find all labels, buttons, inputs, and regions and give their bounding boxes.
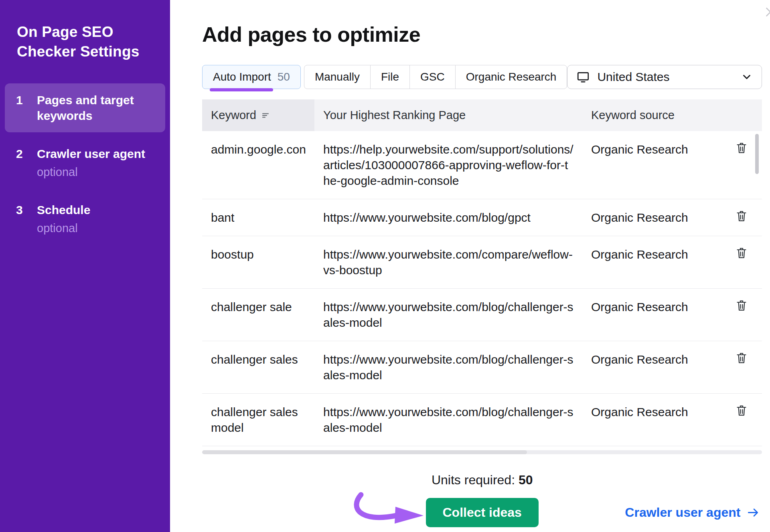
delete-row-icon[interactable] — [736, 299, 748, 312]
keyword-cell: bant — [202, 199, 314, 236]
table-header-row: Keyword Your Highest Ranking Page Keywor… — [202, 99, 762, 131]
delete-row-icon[interactable] — [736, 142, 748, 154]
close-icon[interactable] — [763, 5, 770, 19]
cta-row: Collect ideas Crawler user agent — [202, 496, 762, 529]
sort-icon — [261, 111, 271, 120]
step-number: 2 — [16, 146, 29, 162]
tab-count-badge: 50 — [278, 71, 290, 83]
sidebar-title-line1: On Page SEO — [17, 22, 153, 42]
units-required: Units required: 50 — [202, 473, 762, 487]
page-title: Add pages to optimize — [202, 22, 762, 47]
table-row: admin.google.con https://help.yourwebsit… — [202, 131, 762, 199]
country-select-value: United States — [597, 70, 669, 84]
keyword-cell: challenger sales model — [202, 394, 314, 446]
step-label: Pages and target keywords — [37, 92, 154, 123]
chevron-down-icon — [741, 71, 753, 83]
horizontal-scrollbar[interactable] — [202, 450, 762, 454]
sidebar-title: On Page SEO Checker Settings — [0, 22, 170, 62]
keywords-table: Keyword Your Highest Ranking Page Keywor… — [202, 99, 762, 454]
step-label: Schedule — [37, 203, 90, 216]
monitor-icon — [576, 70, 590, 84]
tab-manually[interactable]: Manually — [304, 65, 371, 89]
keyword-cell: boostup — [202, 236, 314, 288]
main-panel: Add pages to optimize Auto Import 50 Man… — [170, 0, 770, 532]
units-required-value: 50 — [519, 473, 533, 487]
keyword-cell: challenger sales — [202, 341, 314, 393]
arrow-right-icon — [746, 505, 760, 520]
sidebar-title-line2: Checker Settings — [17, 42, 153, 62]
sidebar-step-crawler-user-agent[interactable]: 2 Crawler user agent optional — [5, 137, 165, 189]
column-header-source: Keyword source — [582, 99, 721, 131]
keyword-cell: admin.google.con — [202, 131, 314, 199]
sidebar-step-schedule[interactable]: 3 Schedule optional — [5, 193, 165, 245]
column-header-actions — [721, 99, 762, 131]
keyword-source-cell: Organic Research — [582, 199, 721, 236]
tab-gsc[interactable]: GSC — [409, 65, 456, 89]
keyword-source-cell: Organic Research — [582, 394, 721, 446]
country-select[interactable]: United States — [567, 65, 762, 89]
keyword-cell: challenger sale — [202, 289, 314, 341]
column-header-keyword[interactable]: Keyword — [202, 99, 314, 131]
sidebar-step-pages-and-keywords[interactable]: 1 Pages and target keywords — [5, 83, 165, 132]
keyword-source-cell: Organic Research — [582, 341, 721, 393]
keyword-source-cell: Organic Research — [582, 236, 721, 288]
ranking-page-cell: https://www.yourwebsite.com/blog/challen… — [314, 341, 582, 393]
keyword-source-cell: Organic Research — [582, 131, 721, 199]
horizontal-scrollbar-thumb[interactable] — [202, 450, 527, 454]
table-row: boostup https://www.yourwebsite.com/comp… — [202, 236, 762, 289]
ranking-page-cell: https://www.yourwebsite.com/blog/challen… — [314, 394, 582, 446]
import-source-tabs: Auto Import 50 Manually File GSC Organic… — [202, 65, 567, 89]
step-optional-label: optional — [37, 165, 145, 180]
step-number: 3 — [16, 202, 29, 218]
ranking-page-cell: https://www.yourwebsite.com/compare/wefl… — [314, 236, 582, 288]
vertical-scrollbar[interactable] — [755, 134, 759, 174]
step-number: 1 — [16, 92, 29, 108]
collect-ideas-button[interactable]: Collect ideas — [426, 498, 539, 527]
toolbar: Auto Import 50 Manually File GSC Organic… — [202, 65, 762, 89]
tab-organic-research[interactable]: Organic Research — [455, 65, 567, 89]
delete-row-icon[interactable] — [736, 352, 748, 364]
sidebar: On Page SEO Checker Settings 1 Pages and… — [0, 0, 170, 532]
ranking-page-cell: https://www.yourwebsite.com/blog/challen… — [314, 289, 582, 341]
step-optional-label: optional — [37, 221, 90, 236]
step-label: Crawler user agent — [37, 147, 145, 160]
table-row: challenger sale https://www.yourwebsite.… — [202, 289, 762, 341]
crawler-user-agent-link[interactable]: Crawler user agent — [625, 505, 760, 520]
tab-file[interactable]: File — [370, 65, 410, 89]
column-header-page: Your Highest Ranking Page — [314, 99, 582, 131]
table-row: challenger sales https://www.yourwebsite… — [202, 341, 762, 394]
annotation-arrow — [350, 492, 426, 531]
delete-row-icon[interactable] — [736, 247, 748, 259]
table-row: challenger sales model https://www.yourw… — [202, 394, 762, 446]
on-page-seo-checker-settings-modal: On Page SEO Checker Settings 1 Pages and… — [0, 0, 770, 532]
keyword-source-cell: Organic Research — [582, 289, 721, 341]
ranking-page-cell: https://help.yourwebsite.com/support/sol… — [314, 131, 582, 199]
settings-steps-nav: 1 Pages and target keywords 2 Crawler us… — [0, 83, 170, 245]
tab-auto-import[interactable]: Auto Import 50 — [202, 65, 301, 89]
delete-row-icon[interactable] — [736, 210, 748, 223]
delete-row-icon[interactable] — [736, 404, 748, 417]
tab-label: Auto Import — [213, 71, 271, 83]
ranking-page-cell: https://www.yourwebsite.com/blog/gpct — [314, 199, 582, 236]
table-row: bant https://www.yourwebsite.com/blog/gp… — [202, 199, 762, 236]
